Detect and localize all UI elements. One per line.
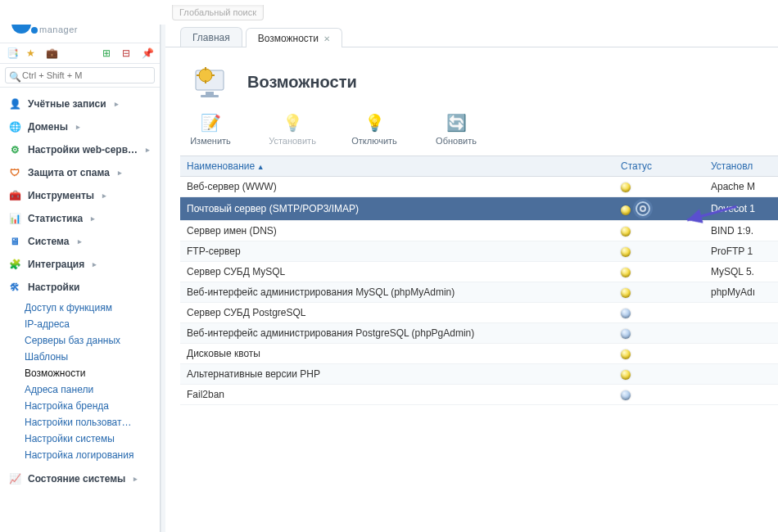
sidebar-item-icon: 🖥	[8, 235, 21, 248]
cell-status	[614, 262, 704, 282]
sidebar-item-icon: 📈	[8, 472, 21, 485]
global-search[interactable]: Глобальный поиск	[172, 5, 264, 20]
col-header-status[interactable]: Статус	[614, 156, 704, 177]
status-on-icon	[621, 370, 631, 380]
sidebar-subitem-0[interactable]: Доступ к функциям	[25, 300, 147, 315]
action-bar: 📝Изменить💡Установить💡Отключить🔄Обновить	[180, 110, 778, 156]
status-on-icon	[621, 247, 631, 257]
cell-status	[614, 385, 704, 405]
table-row[interactable]: Альтернативные версии PHP	[180, 364, 778, 385]
sidebar-item-0[interactable]: 👤Учётные записи▸	[0, 92, 160, 115]
table-row[interactable]: Сервер СУБД PostgreSQL	[180, 303, 778, 323]
svg-point-3	[199, 69, 212, 82]
star-icon[interactable]: ★	[26, 47, 38, 59]
sidebar-item-5[interactable]: 📊Статистика▸	[0, 207, 160, 230]
table-row[interactable]: Почтовый сервер (SMTP/POP3/IMAP)Dovecot …	[180, 197, 778, 221]
sidebar-nav: 👤Учётные записи▸🌐Домены▸⚙Настройки web-с…	[0, 88, 160, 532]
col-header-name[interactable]: Наименование	[180, 156, 614, 177]
sidebar-item-2[interactable]: ⚙Настройки web-серв…▸	[0, 138, 160, 161]
sidebar-subitem-2[interactable]: Серверы баз данных	[25, 333, 147, 348]
cell-installed: Dovecot 1	[704, 197, 778, 221]
logo[interactable]: ISP manager	[0, 25, 160, 43]
tab-label: Главная	[192, 32, 230, 43]
table-row[interactable]: Дисковые квоты	[180, 344, 778, 364]
status-on-icon	[621, 183, 631, 192]
sidebar: ISP manager 📑 ★ 💼 ⊞ ⊟ 📌 🔍 👤Учётные з	[0, 25, 161, 532]
action-label: Установить	[269, 136, 316, 146]
expand-all-icon[interactable]: ⊞	[102, 47, 114, 59]
action-edit[interactable]: 📝Изменить	[183, 113, 237, 146]
col-header-installed[interactable]: Установл	[704, 156, 778, 177]
sidebar-item-4[interactable]: 🧰Инструменты▸	[0, 184, 160, 207]
status-on-icon	[621, 288, 631, 298]
action-label: Отключить	[351, 136, 397, 146]
svg-rect-2	[201, 95, 219, 97]
sidebar-subitem-3[interactable]: Шаблоны	[25, 349, 147, 364]
action-label: Изменить	[190, 136, 231, 146]
action-label: Обновить	[436, 136, 477, 146]
chevron-right-icon: ▸	[78, 237, 82, 246]
sidebar-search-input[interactable]	[5, 67, 155, 83]
sidebar-subitem-9[interactable]: Настройка логирования	[25, 448, 147, 462]
sidebar-item-9[interactable]: 📈Состояние системы▸	[0, 467, 160, 490]
table-row[interactable]: Сервер СУБД MySQLMySQL 5.	[180, 262, 778, 282]
sidebar-item-label: Домены	[28, 121, 68, 133]
sidebar-subitem-4[interactable]: Возможности	[25, 366, 147, 381]
table-row[interactable]: Веб-интерфейс администрирования PostgreS…	[180, 323, 778, 344]
sidebar-subitem-8[interactable]: Настройки системы	[25, 431, 147, 446]
tab-label: Возможности	[258, 33, 319, 44]
svg-rect-4	[205, 67, 206, 70]
logo-text-bottom: manager	[39, 25, 78, 34]
table-row[interactable]: Fail2ban	[180, 385, 778, 405]
cell-name: Веб-сервер (WWW)	[180, 177, 614, 197]
tab-1[interactable]: Возможности✕	[246, 28, 342, 47]
list-icon[interactable]: 📑	[7, 47, 18, 59]
cell-name: Сервер СУБД MySQL	[180, 262, 614, 282]
install-icon: 💡	[283, 113, 302, 133]
sidebar-item-3[interactable]: 🛡Защита от спама▸	[0, 161, 160, 184]
sidebar-item-icon: 🧰	[8, 189, 21, 202]
cell-name: Сервер имен (DNS)	[180, 221, 614, 241]
sidebar-item-label: Настройки web-серв…	[28, 144, 138, 156]
tab-0[interactable]: Главная	[180, 27, 242, 47]
sidebar-item-label: Система	[28, 236, 70, 247]
sidebar-item-6[interactable]: 🖥Система▸	[0, 230, 160, 253]
cell-name: Почтовый сервер (SMTP/POP3/IMAP)	[180, 197, 614, 221]
table-row[interactable]: Веб-сервер (WWW)Apache M	[180, 177, 778, 197]
sidebar-item-7[interactable]: 🧩Интеграция▸	[0, 253, 160, 276]
cell-status	[614, 221, 704, 241]
sidebar-item-label: Состояние системы	[28, 473, 125, 485]
collapse-all-icon[interactable]: ⊟	[122, 47, 133, 59]
close-icon[interactable]: ✕	[323, 34, 330, 43]
svg-point-8	[640, 206, 645, 211]
sidebar-subitem-7[interactable]: Настройки пользоват…	[25, 415, 147, 430]
cell-status	[614, 197, 704, 221]
sidebar-item-icon: 🌐	[8, 120, 21, 133]
cell-installed: Apache M	[704, 177, 778, 197]
tab-bar: ГлавнаяВозможности✕	[165, 25, 778, 47]
cell-status	[614, 344, 704, 364]
sidebar-item-label: Статистика	[28, 213, 83, 224]
table-row[interactable]: FTP-серверProFTP 1	[180, 241, 778, 262]
sidebar-subitem-1[interactable]: IP-адреса	[25, 317, 147, 331]
table-row[interactable]: Веб-интерфейс администрирования MySQL (p…	[180, 282, 778, 303]
chevron-right-icon: ▸	[102, 192, 106, 200]
cell-name: Веб-интерфейс администрирования PostgreS…	[180, 323, 614, 344]
action-disable[interactable]: 💡Отключить	[347, 113, 401, 146]
sidebar-subitem-6[interactable]: Настройка бренда	[25, 399, 147, 413]
sidebar-item-1[interactable]: 🌐Домены▸	[0, 115, 160, 138]
sidebar-subitem-5[interactable]: Адреса панели	[25, 382, 147, 397]
sidebar-item-8[interactable]: 🛠Настройки	[0, 276, 160, 299]
pin-icon[interactable]: 📌	[142, 47, 153, 59]
sidebar-item-label: Защита от спама	[28, 167, 110, 178]
cell-installed	[704, 323, 778, 344]
table-row[interactable]: Сервер имен (DNS)BIND 1:9.	[180, 221, 778, 241]
main-area: ГлавнаяВозможности✕ Возможности 📝Изменит…	[165, 25, 778, 532]
cell-name: FTP-сервер	[180, 241, 614, 262]
cell-status	[614, 282, 704, 303]
action-refresh[interactable]: 🔄Обновить	[429, 113, 483, 146]
chevron-right-icon: ▸	[133, 475, 138, 483]
briefcase-icon[interactable]: 💼	[46, 47, 57, 59]
svg-rect-5	[205, 80, 206, 83]
sidebar-item-label: Интеграция	[28, 259, 84, 270]
